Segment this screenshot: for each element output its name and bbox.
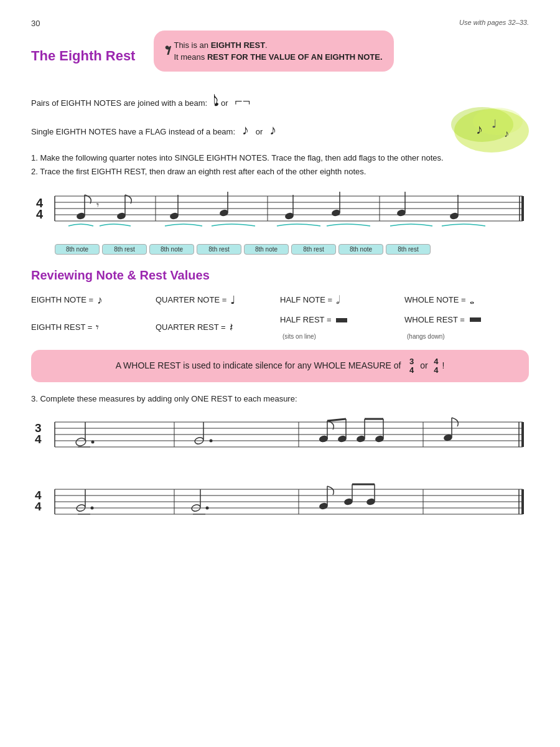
exercise-3-label: 3. Complete these measures by adding onl… — [31, 392, 529, 406]
instruction-2: 2. Trace the first EIGHTH REST, then dra… — [31, 165, 529, 179]
beat-label-7: 8th note — [338, 244, 383, 255]
svg-text:4: 4 — [35, 500, 42, 513]
svg-point-89 — [206, 507, 209, 510]
quarter-note-label: QUARTER NOTE = — [156, 293, 226, 307]
or-text2: or — [256, 127, 263, 136]
or-fraction-text: or — [420, 360, 427, 370]
frac-3-bot: 4 — [409, 366, 414, 375]
svg-rect-37 — [470, 317, 481, 322]
exclaim: ! — [442, 360, 444, 370]
whole-rest-label: WHOLE REST = — [404, 312, 465, 327]
half-rest-sub: (sits on line) — [282, 331, 316, 342]
eighth-rest-meaning-bold: REST FOR THE VALUE OF AN EIGHTH NOTE. — [207, 52, 383, 62]
frac-3-top: 3 — [409, 357, 414, 366]
beat-label-5: 8th note — [244, 244, 289, 255]
staff-44-svg: 4 4 — [31, 478, 529, 531]
beat-label-4: 8th rest — [197, 244, 241, 255]
fraction-4-4: 4 4 — [434, 357, 438, 375]
eighth-rest-label-bold: EIGHTH REST — [211, 40, 265, 50]
svg-text:4: 4 — [36, 207, 44, 221]
header-description: This is an EIGHTH REST. It means REST FO… — [174, 39, 382, 63]
exercise-staff-1: 4 4 𝄾 — [31, 184, 529, 255]
svg-text:4: 4 — [35, 433, 42, 446]
whole-note-item: WHOLE NOTE = 𝅝 — [404, 290, 529, 310]
exercise-staff-44: 4 4 — [31, 478, 529, 533]
eighth-rest-header-box: 𝄾 This is an EIGHTH REST. It means REST … — [154, 31, 393, 72]
whole-rest-info-box: A WHOLE REST is used to indicate silence… — [31, 350, 529, 383]
eighth-rest-item: EIGHTH REST = 𝄾 — [31, 312, 156, 342]
frac-4-bot: 4 — [434, 366, 438, 375]
eighth-note-item: EIGHTH NOTE = ♪ — [31, 290, 156, 310]
instructions-block: 1. Make the following quarter notes into… — [31, 151, 529, 179]
svg-point-86 — [91, 507, 94, 510]
fraction-3-4: 3 4 — [409, 357, 414, 375]
note-values-grid: EIGHTH NOTE = ♪ QUARTER NOTE = ♩ HALF NO… — [31, 290, 529, 342]
eighth-rest-label: EIGHTH REST = — [31, 320, 92, 334]
svg-point-56 — [210, 439, 213, 443]
eighth-note-label: EIGHTH NOTE = — [31, 293, 93, 307]
svg-text:𝄾: 𝄾 — [96, 203, 99, 207]
beat-label-6: 8th rest — [291, 244, 336, 255]
svg-text:♩: ♩ — [492, 118, 497, 130]
eighth-note-symbol: ♪ — [97, 290, 103, 310]
whole-note-label: WHOLE NOTE = — [404, 293, 466, 307]
svg-text:♪: ♪ — [476, 121, 483, 137]
frac-4-top: 4 — [434, 357, 438, 366]
svg-rect-36 — [336, 318, 347, 322]
quarter-note-symbol: ♩ — [230, 290, 235, 310]
half-rest-item: HALF REST = (sits on line) — [280, 312, 404, 342]
svg-point-53 — [91, 441, 95, 444]
quarter-rest-item: QUARTER REST = 𝄽 — [156, 312, 280, 342]
whole-rest-item: WHOLE REST = (hangs down) — [404, 312, 529, 342]
whole-rest-symbol — [469, 317, 482, 323]
watercolor-decoration: ♪ ♩ ♪ — [448, 96, 529, 153]
beat-label-3: 8th note — [149, 244, 194, 255]
staff-svg-exercise: 4 4 𝄾 — [31, 184, 529, 240]
half-note-item: HALF NOTE = 𝅗𝅥 — [280, 290, 404, 310]
flag-note-symbol2: ♪ — [269, 122, 276, 138]
beat-label-1: 8th note — [55, 244, 100, 255]
section-title: The Eighth Rest — [31, 48, 135, 64]
quarter-rest-label: QUARTER REST = — [156, 320, 226, 334]
staff-34-svg: 3 4 — [31, 411, 529, 464]
flag-note-symbol: ♪ — [242, 122, 249, 138]
beat-label-2: 8th rest — [102, 244, 147, 255]
half-rest-label: HALF REST = — [280, 312, 331, 327]
svg-line-62 — [327, 419, 346, 421]
review-title: Reviewing Note & Rest Values — [31, 268, 529, 283]
half-rest-symbol — [335, 317, 348, 323]
half-note-label: HALF NOTE = — [280, 293, 332, 307]
use-with-text: Use with pages 32–33. — [459, 19, 529, 26]
quarter-note-item: QUARTER NOTE = ♩ — [156, 290, 280, 310]
whole-rest-sub: (hangs down) — [407, 331, 445, 342]
beamed-notes-symbol2: ⌐¬ — [235, 93, 250, 109]
page-number: 30 — [31, 19, 529, 28]
exercise-staff-34: 3 4 — [31, 411, 529, 466]
svg-text:♪: ♪ — [504, 128, 509, 139]
instruction-1: 1. Make the following quarter notes into… — [31, 151, 529, 165]
beat-label-8: 8th rest — [386, 244, 431, 255]
beat-labels-row: 8th note 8th rest 8th note 8th rest 8th … — [55, 244, 529, 255]
pink-box-text: A WHOLE REST is used to indicate silence… — [116, 360, 401, 370]
